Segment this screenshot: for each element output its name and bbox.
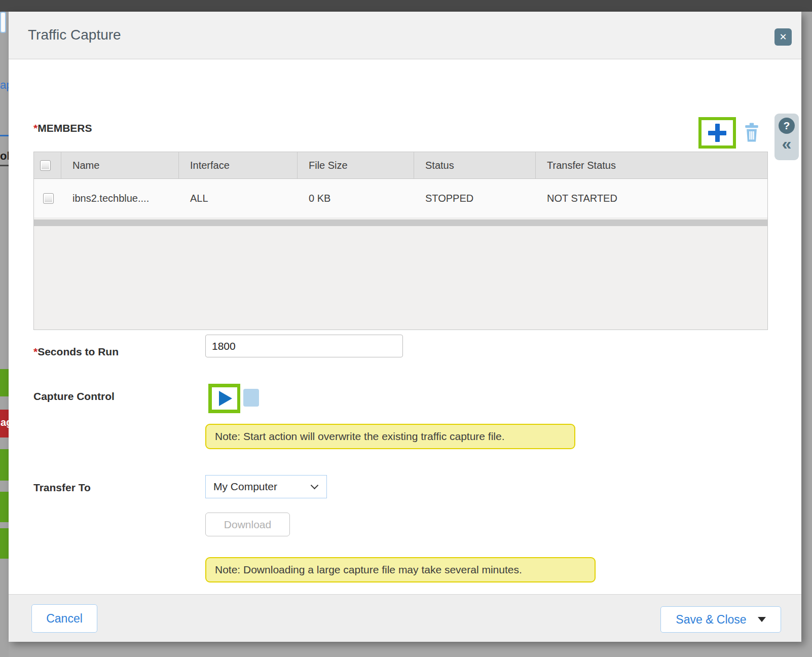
table-row[interactable]: ibns2.techblue.... ALL 0 KB STOPPED NOT … — [34, 179, 767, 218]
browser-top-bar — [0, 0, 812, 12]
row-cell-interface: ALL — [179, 179, 298, 217]
members-field-label: *MEMBERS — [33, 122, 92, 134]
dialog-body: *MEMBERS ? « — [9, 59, 801, 594]
collapse-icon: « — [782, 134, 792, 153]
row-cell-transfer-status: NOT STARTED — [536, 179, 767, 217]
column-header-transfer-status[interactable]: Transfer Status — [536, 152, 767, 178]
transfer-to-selected-value: My Computer — [213, 481, 277, 493]
traffic-capture-dialog: Traffic Capture ✕ *MEMBERS — [9, 12, 801, 642]
download-button-label: Download — [224, 519, 271, 531]
background-status-up-block — [0, 369, 9, 396]
members-table-header: Name Interface File Size Status Transfer… — [34, 152, 767, 179]
download-duration-note: Note: Downloading a large capture file m… — [205, 557, 596, 582]
seconds-to-run-label-text: Seconds to Run — [38, 346, 119, 357]
row-cell-file-size: 0 KB — [298, 179, 414, 217]
column-header-name[interactable]: Name — [61, 152, 179, 178]
row-checkbox-cell — [34, 179, 61, 217]
transfer-to-label: Transfer To — [33, 482, 91, 494]
save-and-close-label: Save & Close — [676, 613, 746, 627]
transfer-to-select[interactable]: My Computer — [205, 475, 327, 498]
close-icon: ✕ — [779, 31, 787, 43]
dialog-footer: Cancel Save & Close — [9, 594, 801, 642]
column-header-file-size[interactable]: File Size — [298, 152, 414, 178]
row-checkbox[interactable] — [43, 193, 54, 204]
column-header-status[interactable]: Status — [414, 152, 536, 178]
help-icon: ? — [784, 120, 790, 132]
dialog-header: Traffic Capture ✕ — [9, 12, 801, 59]
cancel-button-label: Cancel — [46, 612, 83, 626]
trash-icon — [743, 122, 760, 142]
select-all-checkbox[interactable] — [40, 160, 51, 171]
start-capture-button[interactable] — [212, 387, 237, 410]
dialog-title: Traffic Capture — [28, 27, 121, 43]
download-button[interactable]: Download — [205, 513, 290, 536]
stop-capture-button[interactable] — [243, 389, 259, 407]
cancel-button[interactable]: Cancel — [31, 604, 97, 633]
table-horizontal-scrollbar[interactable] — [34, 220, 767, 226]
seconds-to-run-label: *Seconds to Run — [33, 346, 119, 358]
add-member-button-highlight — [698, 117, 736, 149]
close-button[interactable]: ✕ — [774, 28, 792, 46]
background-page-strip: ap ol ag — [0, 12, 9, 657]
start-capture-button-highlight — [208, 384, 240, 413]
members-table: Name Interface File Size Status Transfer… — [33, 152, 768, 330]
save-and-close-button[interactable]: Save & Close — [660, 606, 781, 633]
row-cell-status: STOPPED — [414, 179, 536, 217]
row-cell-name: ibns2.techblue.... — [61, 179, 179, 217]
play-icon — [219, 391, 232, 406]
select-all-cell — [34, 152, 61, 178]
members-label-text: MEMBERS — [38, 122, 92, 134]
required-asterisk: * — [33, 122, 38, 134]
start-overwrite-note: Note: Start action will overwrite the ex… — [205, 424, 575, 449]
background-status-up-block — [0, 492, 9, 522]
background-button-fragment — [0, 12, 6, 33]
background-heading-fragment: ol — [0, 150, 9, 166]
background-badge-fragment: ag — [0, 410, 9, 428]
column-header-interface[interactable]: Interface — [179, 152, 298, 178]
capture-control-label: Capture Control — [33, 390, 115, 403]
background-nav-link-fragment: ap — [0, 79, 9, 92]
plus-icon — [708, 124, 726, 142]
seconds-to-run-input[interactable] — [205, 335, 403, 357]
add-member-button[interactable] — [702, 120, 733, 145]
background-status-up-block — [0, 528, 9, 559]
background-active-tab-underline — [0, 135, 9, 136]
background-status-up-block — [0, 449, 9, 481]
background-status-down-block: ag — [0, 410, 9, 437]
collapse-panel-button[interactable]: « — [782, 134, 792, 153]
save-options-caret-icon — [758, 617, 766, 622]
help-button[interactable]: ? — [779, 118, 795, 134]
side-help-panel: ? « — [774, 114, 799, 160]
delete-member-button[interactable] — [743, 122, 760, 142]
required-asterisk: * — [33, 346, 38, 357]
chevron-down-icon — [311, 482, 319, 490]
